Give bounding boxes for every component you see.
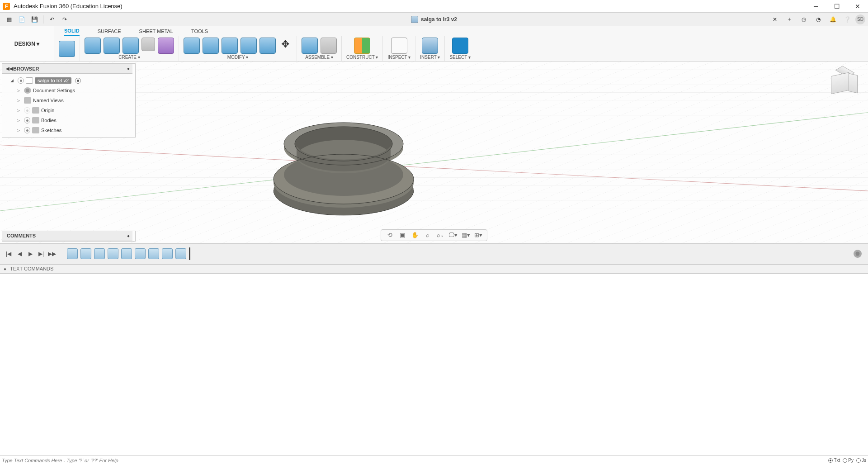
tree-item-bodies[interactable]: ▷ Bodies xyxy=(2,115,135,125)
grid-icon[interactable]: ▦▾ xyxy=(460,231,472,240)
viewcube[interactable] xyxy=(828,66,860,98)
file-menu-icon[interactable]: 📄 xyxy=(15,14,28,25)
group-inspect-label[interactable]: INSPECT ▾ xyxy=(387,55,410,60)
tab-tools[interactable]: TOOLS xyxy=(191,26,208,36)
browser-minimize-icon[interactable]: ● xyxy=(127,66,130,71)
timeline-feature[interactable] xyxy=(67,248,78,259)
expand-icon[interactable]: ▷ xyxy=(17,128,22,133)
visibility-icon[interactable] xyxy=(24,107,30,114)
expand-icon[interactable]: ▷ xyxy=(17,98,22,103)
activate-radio[interactable] xyxy=(75,78,81,84)
viewcube-front[interactable] xyxy=(831,72,849,95)
timeline-feature[interactable] xyxy=(162,248,173,259)
group-construct-label[interactable]: CONSTRUCT ▾ xyxy=(346,55,378,60)
notifications-icon[interactable]: 🔔 xyxy=(826,14,839,25)
timeline-marker[interactable] xyxy=(189,247,190,260)
toggle-txt[interactable]: Txt xyxy=(828,458,840,463)
jobs-icon[interactable]: ◔ xyxy=(812,14,825,25)
combine-icon[interactable] xyxy=(241,38,257,54)
redo-icon[interactable]: ↷ xyxy=(58,14,71,25)
viewcube-side[interactable] xyxy=(849,73,858,93)
group-modify-label[interactable]: MODIFY ▾ xyxy=(227,55,248,60)
fillet-icon[interactable] xyxy=(203,38,219,54)
timeline-feature[interactable] xyxy=(121,248,132,259)
tree-item-views[interactable]: ▷ Named Views xyxy=(2,95,135,105)
tab-surface[interactable]: SURFACE xyxy=(98,26,121,36)
group-assemble-label[interactable]: ASSEMBLE ▾ xyxy=(305,55,333,60)
hole-icon[interactable] xyxy=(123,38,139,54)
group-create-label[interactable]: CREATE ▾ xyxy=(118,55,140,60)
revolve-icon[interactable] xyxy=(104,38,120,54)
visibility-icon[interactable] xyxy=(18,77,24,84)
new-tab-icon[interactable]: ＋ xyxy=(783,14,796,25)
timeline-next-icon[interactable]: ▶| xyxy=(37,250,45,258)
document-tab[interactable]: salga to Ir3 v2 xyxy=(411,16,457,23)
close-button[interactable]: ✕ xyxy=(847,0,868,13)
pan-icon[interactable]: ✋ xyxy=(409,231,421,240)
insert-decal-icon[interactable] xyxy=(422,38,438,54)
visibility-icon[interactable] xyxy=(24,117,30,123)
shell-icon[interactable] xyxy=(222,38,238,54)
orbit-icon[interactable]: ⟲ xyxy=(384,231,396,240)
toggle-py[interactable]: Py xyxy=(843,458,854,463)
new-component-icon[interactable] xyxy=(302,38,318,54)
move-icon[interactable]: ✥ xyxy=(278,38,292,51)
plane-icon[interactable] xyxy=(354,38,370,54)
measure-icon[interactable] xyxy=(391,38,407,54)
maximize-button[interactable]: ☐ xyxy=(826,0,847,13)
expand-icon[interactable]: ▷ xyxy=(17,88,22,93)
extensions-icon[interactable]: ◷ xyxy=(797,14,810,25)
timeline-play-icon[interactable]: ▶ xyxy=(26,250,34,258)
timeline-prev-icon[interactable]: ◀ xyxy=(15,250,24,258)
presspull-icon[interactable] xyxy=(184,38,200,54)
timeline-feature[interactable] xyxy=(148,248,159,259)
tab-sheetmetal[interactable]: SHEET METAL xyxy=(139,26,173,36)
apps-grid-icon[interactable]: ▦ xyxy=(3,14,15,25)
expand-icon[interactable]: ▷ xyxy=(17,118,22,123)
canvas-3d[interactable]: ◀◀ BROWSER ● ◢ salga to Ir3 v2 ▷ Docu xyxy=(0,62,868,243)
workspace-switcher[interactable]: DESIGN ▾ xyxy=(0,26,54,61)
timeline-feature[interactable] xyxy=(135,248,146,259)
fit-icon[interactable]: ⌕▾ xyxy=(434,231,446,240)
timeline-feature[interactable] xyxy=(94,248,105,259)
browser-collapse-icon[interactable]: ◀◀ xyxy=(6,66,13,71)
timeline-feature[interactable] xyxy=(175,248,186,259)
textcmd-collapse-icon[interactable]: ● xyxy=(4,266,6,271)
joint-icon[interactable] xyxy=(321,38,337,54)
help-icon[interactable]: ❔ xyxy=(841,14,854,25)
timeline-start-icon[interactable]: |◀ xyxy=(5,250,13,258)
tab-solid[interactable]: SOLID xyxy=(64,26,80,36)
comments-expand-icon[interactable]: ● xyxy=(127,233,130,238)
visibility-icon[interactable] xyxy=(24,127,30,133)
extrude-icon[interactable] xyxy=(85,38,101,54)
tree-item-sketches[interactable]: ▷ Sketches xyxy=(2,125,135,135)
lookat-icon[interactable]: ▣ xyxy=(396,231,408,240)
save-icon[interactable]: 💾 xyxy=(28,14,41,25)
timeline-feature[interactable] xyxy=(80,248,91,259)
text-commands-header[interactable]: ● TEXT COMMANDS xyxy=(0,264,868,273)
minimize-button[interactable]: ─ xyxy=(806,0,826,13)
select-tool-icon[interactable] xyxy=(452,38,468,54)
timeline-feature[interactable] xyxy=(108,248,118,259)
tree-item-docset[interactable]: ▷ Document Settings xyxy=(2,85,135,95)
expand-icon[interactable]: ▷ xyxy=(17,108,22,113)
timeline-settings-icon[interactable] xyxy=(854,250,862,258)
tree-root[interactable]: ◢ salga to Ir3 v2 xyxy=(2,76,135,85)
tree-item-origin[interactable]: ▷ Origin xyxy=(2,105,135,115)
group-select-label[interactable]: SELECT ▾ xyxy=(449,55,471,60)
display-icon[interactable]: 🖵▾ xyxy=(447,231,459,240)
form-icon[interactable] xyxy=(158,38,174,54)
undo-icon[interactable]: ↶ xyxy=(46,14,58,25)
toggle-js[interactable]: Js xyxy=(856,458,866,463)
expand-icon[interactable]: ◢ xyxy=(10,78,16,83)
group-insert-label[interactable]: INSERT ▾ xyxy=(420,55,440,60)
close-tab-icon[interactable]: ✕ xyxy=(769,14,781,25)
viewport-icon[interactable]: ⊞▾ xyxy=(472,231,484,240)
zoom-icon[interactable]: ⌕ xyxy=(422,231,434,240)
text-commands-input[interactable] xyxy=(2,458,828,463)
offset-icon[interactable] xyxy=(259,38,276,54)
timeline-end-icon[interactable]: ▶▶ xyxy=(48,250,56,258)
create-sketch-icon[interactable] xyxy=(59,41,75,57)
user-avatar[interactable]: SD xyxy=(855,14,865,24)
pattern-icon[interactable] xyxy=(142,38,155,51)
